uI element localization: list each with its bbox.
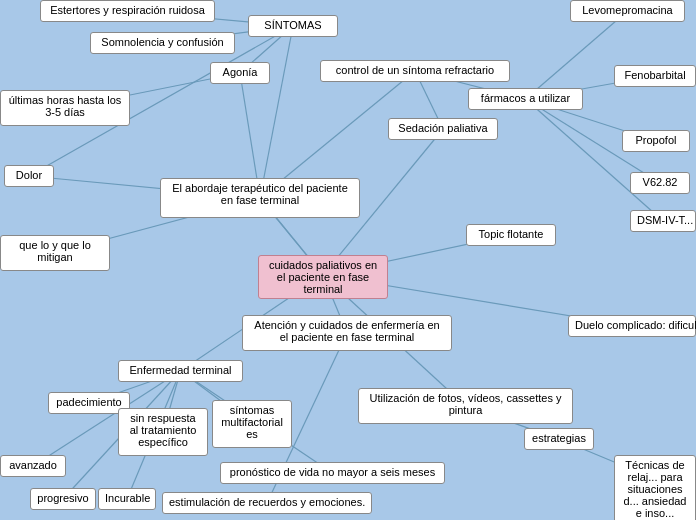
node-que_lo[interactable]: que lo y que lo mitigan [0,235,110,271]
svg-line-13 [526,11,628,99]
node-sin_respuesta[interactable]: sin respuesta al tratamiento específico [118,408,208,456]
node-utilizacion[interactable]: Utilización de fotos, vídeos, cassettes … [358,388,573,424]
node-enfermedad[interactable]: Enfermedad terminal [118,360,243,382]
node-center[interactable]: cuidados paliativos en el paciente en fa… [258,255,388,299]
node-sintomas[interactable]: SÍNTOMAS [248,15,338,37]
node-propofol[interactable]: Propofol [622,130,690,152]
svg-line-17 [526,99,664,221]
node-v6282[interactable]: V62.82 [630,172,690,194]
node-atencion[interactable]: Atención y cuidados de enfermería en el … [242,315,452,351]
node-tecnicas[interactable]: Técnicas de relaj... para situaciones d.… [614,455,696,520]
node-ultimas[interactable]: últimas horas hasta los 3-5 días [0,90,130,126]
node-pronostico[interactable]: pronóstico de vida no mayor a seis meses [220,462,445,484]
node-agonia[interactable]: Agonía [210,62,270,84]
node-progresivo[interactable]: progresivo [30,488,96,510]
node-topic_flotante[interactable]: Topic flotante [466,224,556,246]
node-estimulacion[interactable]: estimulación de recuerdos y emociones. [162,492,372,514]
node-estrategias[interactable]: estrategias [524,428,594,450]
node-estertores[interactable]: Estertores y respiración ruidosa [40,0,215,22]
node-control[interactable]: control de un síntoma refractario [320,60,510,82]
node-somnolencia[interactable]: Somnolencia y confusión [90,32,235,54]
svg-line-9 [260,26,293,198]
node-fenobarbital[interactable]: Fenobarbital [614,65,696,87]
mind-map-canvas: SÍNTOMASEstertores y respiración ruidosa… [0,0,696,520]
node-sedacion[interactable]: Sedación paliativa [388,118,498,140]
node-abordaje[interactable]: El abordaje terapéutico del paciente en … [160,178,360,218]
node-incurable[interactable]: Incurable [98,488,156,510]
node-duelo[interactable]: Duelo complicado: dificul... [568,315,696,337]
node-dsmiv[interactable]: DSM-IV-T... [630,210,696,232]
node-dolor[interactable]: Dolor [4,165,54,187]
node-avanzado[interactable]: avanzado [0,455,66,477]
node-farmacos[interactable]: fármacos a utilizar [468,88,583,110]
node-sintomas_multi[interactable]: síntomas multifactorial es [212,400,292,448]
node-levomepromacina[interactable]: Levomepromacina [570,0,685,22]
